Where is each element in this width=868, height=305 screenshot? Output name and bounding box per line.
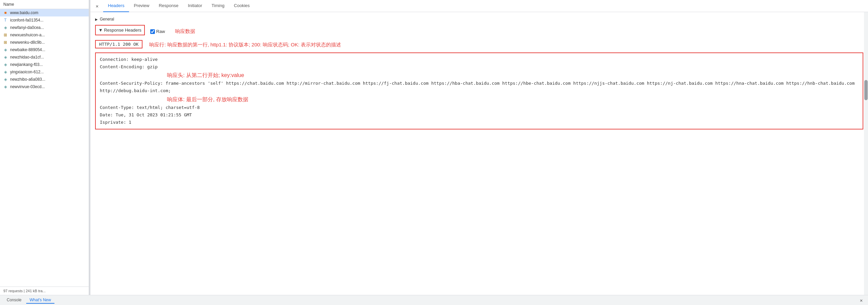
http-status-row: HTTP/1.1 200 OK 响应行: 响应数据的第一行, http1.1: … bbox=[95, 40, 863, 50]
general-label: General bbox=[100, 17, 114, 22]
main-area: Name ■www.baidu.comTiconfont-fa01354...◈… bbox=[0, 0, 868, 295]
tab-close-button[interactable]: ✕ bbox=[94, 3, 100, 9]
response-headers-row: ▼ Response Headers Raw 响应数据 bbox=[95, 25, 863, 38]
list-item-label: newzhibo-a6a083... bbox=[10, 77, 45, 82]
scrollbar[interactable] bbox=[864, 12, 868, 295]
tab-response[interactable]: Response bbox=[154, 0, 183, 12]
icon-image: ◈ bbox=[3, 77, 8, 82]
bottom-toolbar: Console What's New ✕ bbox=[0, 295, 868, 305]
list-item-label: iconfont-fa01354... bbox=[10, 18, 43, 23]
icon-script: ⊞ bbox=[3, 32, 8, 38]
list-item[interactable]: ◈newfanyi-da0cea... bbox=[0, 24, 89, 31]
left-panel-header: Name bbox=[0, 0, 89, 9]
header-line: Content-Type: text/html; charset=utf-8 bbox=[100, 104, 859, 111]
whats-new-tab[interactable]: What's New bbox=[26, 297, 55, 304]
icon-image: ◈ bbox=[3, 25, 8, 30]
list-item[interactable]: ■www.baidu.com bbox=[0, 9, 89, 17]
body-annotation: 响应头: 从第二行开始; key:value bbox=[167, 71, 244, 80]
response-headers-label: ▼ Response Headers bbox=[98, 28, 142, 33]
tab-timing[interactable]: Timing bbox=[207, 0, 229, 12]
content-area: ▶ General ▼ Response Headers Raw 响应数据 bbox=[90, 12, 868, 295]
general-section-header[interactable]: ▶ General bbox=[95, 16, 863, 23]
scrollbar-thumb[interactable] bbox=[864, 80, 868, 100]
list-item-label: yingxiaoicon-612... bbox=[10, 70, 44, 74]
tabs-bar: ✕HeadersPreviewResponseInitiatorTimingCo… bbox=[90, 0, 868, 12]
list-item-label: newzhidao-da1cf... bbox=[10, 55, 44, 60]
bottom-close-button[interactable]: ✕ bbox=[858, 297, 865, 304]
list-item-label: newjiankang-f03... bbox=[10, 62, 43, 67]
raw-checkbox[interactable] bbox=[150, 29, 155, 34]
icon-image: ◈ bbox=[3, 69, 8, 75]
list-item-label: newbaike-889054... bbox=[10, 48, 45, 52]
raw-checkbox-area: Raw bbox=[150, 29, 165, 34]
icon-text: T bbox=[3, 18, 8, 23]
left-panel: Name ■www.baidu.comTiconfont-fa01354...◈… bbox=[0, 0, 89, 295]
header-line: Content-Encoding: gzip bbox=[100, 63, 859, 71]
list-item[interactable]: ◈newbaike-889054... bbox=[0, 46, 89, 54]
tab-preview[interactable]: Preview bbox=[129, 0, 154, 12]
devtools-window: Name ■www.baidu.comTiconfont-fa01354...◈… bbox=[0, 0, 868, 305]
list-item[interactable]: ⊞newwenku-d8c9b... bbox=[0, 39, 89, 46]
icon-image: ◈ bbox=[3, 62, 8, 67]
http-status-box: HTTP/1.1 200 OK bbox=[95, 40, 143, 49]
list-item[interactable]: Ticonfont-fa01354... bbox=[0, 17, 89, 24]
list-item[interactable]: ◈newjiankang-f03... bbox=[0, 61, 89, 68]
left-panel-footer: 97 requests | 241 kB tra... bbox=[0, 286, 89, 295]
icon-image: ◈ bbox=[3, 47, 8, 53]
headers-content-box: Connection: keep-aliveContent-Encoding: … bbox=[95, 53, 863, 129]
http-status-value: HTTP/1.1 200 OK bbox=[99, 42, 138, 47]
request-list: ■www.baidu.comTiconfont-fa01354...◈newfa… bbox=[0, 9, 89, 286]
right-panel: ✕HeadersPreviewResponseInitiatorTimingCo… bbox=[90, 0, 868, 295]
header-line: Connection: keep-alive bbox=[100, 56, 859, 63]
header-line: Date: Tue, 31 Oct 2023 01:21:55 GMT bbox=[100, 111, 859, 119]
list-item-label: www.baidu.com bbox=[10, 10, 38, 15]
footer-annotation: 响应体: 最后一部分, 存放响应数据 bbox=[167, 95, 248, 104]
icon-image: ◈ bbox=[3, 84, 8, 89]
raw-label: Raw bbox=[156, 29, 165, 34]
list-item[interactable]: ◈newzhidao-da1cf... bbox=[0, 54, 89, 61]
list-item[interactable]: ◈yingxiaoicon-612... bbox=[0, 68, 89, 76]
icon-script: ⊞ bbox=[3, 40, 8, 45]
tab-initiator[interactable]: Initiator bbox=[183, 0, 207, 12]
tab-cookies[interactable]: Cookies bbox=[229, 0, 254, 12]
console-tab[interactable]: Console bbox=[3, 297, 25, 304]
header-line: Content-Security-Policy: frame-ancestors… bbox=[100, 80, 859, 94]
header-line: Isprivate: 1 bbox=[100, 119, 859, 126]
tab-headers[interactable]: Headers bbox=[103, 0, 129, 12]
list-item-label: newvinvue-03ecd... bbox=[10, 84, 45, 89]
list-item[interactable]: ⊞newxueshuicon-a... bbox=[0, 31, 89, 39]
list-item[interactable]: ◈newzhibo-a6a083... bbox=[0, 76, 89, 83]
icon-image: ◈ bbox=[3, 55, 8, 60]
general-arrow-icon: ▶ bbox=[95, 18, 98, 21]
list-item-label: newwenku-d8c9b... bbox=[10, 40, 45, 45]
http-status-annotation: 响应行: 响应数据的第一行, http1.1: 协议版本; 200: 响应状态码… bbox=[149, 42, 341, 48]
response-headers-toggle[interactable]: ▼ Response Headers bbox=[95, 25, 145, 35]
list-item-label: newxueshuicon-a... bbox=[10, 33, 45, 37]
response-data-annotation: 响应数据 bbox=[175, 28, 195, 35]
list-item-label: newfanyi-da0cea... bbox=[10, 25, 44, 30]
icon-html: ■ bbox=[3, 10, 8, 16]
list-item[interactable]: ◈newvinvue-03ecd... bbox=[0, 83, 89, 90]
